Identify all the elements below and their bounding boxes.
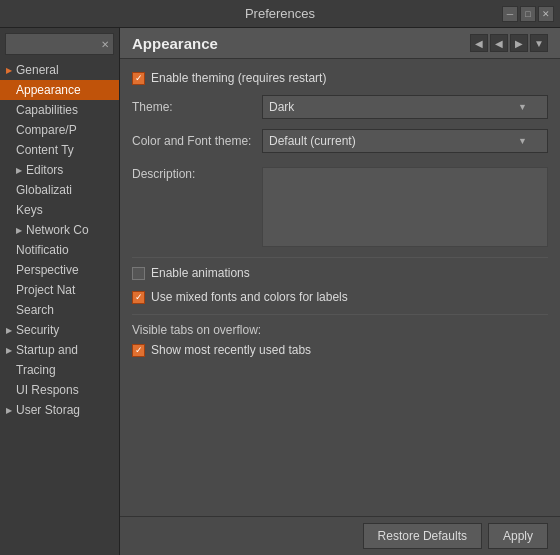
sidebar-item-keys[interactable]: Keys <box>0 200 119 220</box>
recent-tabs-row: ✓ Show most recently used tabs <box>132 343 548 357</box>
sidebar-item-compare[interactable]: Compare/P <box>0 120 119 140</box>
enable-theming-label: Enable theming (requires restart) <box>151 71 326 85</box>
expand-arrow-security: ▶ <box>6 326 12 335</box>
content-footer: Restore Defaults Apply <box>120 516 560 555</box>
window-title: Preferences <box>245 6 315 21</box>
expand-arrow-editors: ▶ <box>16 166 22 175</box>
sidebar-item-uirespons[interactable]: UI Respons <box>0 380 119 400</box>
content-title: Appearance <box>132 35 218 52</box>
sidebar-item-contenttype[interactable]: Content Ty <box>0 140 119 160</box>
sidebar-label-projectnat: Project Nat <box>16 283 75 297</box>
minimize-button[interactable]: ─ <box>502 6 518 22</box>
mixed-fonts-row: ✓ Use mixed fonts and colors for labels <box>132 290 548 304</box>
search-box[interactable]: ✕ <box>5 33 114 55</box>
sidebar-label-general: General <box>16 63 59 77</box>
color-font-dropdown[interactable]: Default (current) ▼ <box>262 129 548 153</box>
nav-back2-button[interactable]: ◀ <box>490 34 508 52</box>
sidebar-label-search: Search <box>16 303 54 317</box>
sidebar-item-projectnat[interactable]: Project Nat <box>0 280 119 300</box>
expand-arrow-userstorage: ▶ <box>6 406 12 415</box>
content-body: ✓ Enable theming (requires restart) Them… <box>120 59 560 516</box>
enable-animations-checkbox[interactable] <box>132 267 145 280</box>
color-font-value: Default (current) <box>269 134 356 148</box>
sidebar-item-appearance[interactable]: Appearance <box>0 80 119 100</box>
sidebar-label-network: Network Co <box>26 223 89 237</box>
checkmark-icon-fonts: ✓ <box>135 293 143 302</box>
restore-defaults-button[interactable]: Restore Defaults <box>363 523 482 549</box>
description-label: Description: <box>132 163 262 181</box>
mixed-fonts-checkbox[interactable]: ✓ <box>132 291 145 304</box>
checkmark-icon: ✓ <box>135 74 143 83</box>
sidebar-item-capabilities[interactable]: Capabilities <box>0 100 119 120</box>
sidebar-item-editors[interactable]: ▶ Editors <box>0 160 119 180</box>
divider-2 <box>132 314 548 315</box>
sidebar-label-perspective: Perspective <box>16 263 79 277</box>
main-container: ✕ ▶ General Appearance Capabilities Comp… <box>0 28 560 555</box>
theme-dropdown[interactable]: Dark ▼ <box>262 95 548 119</box>
content-header: Appearance ◀ ◀ ▶ ▼ <box>120 28 560 59</box>
enable-animations-label: Enable animations <box>151 266 250 280</box>
maximize-button[interactable]: □ <box>520 6 536 22</box>
sidebar-label-tracing: Tracing <box>16 363 56 377</box>
sidebar-label-uirespons: UI Respons <box>16 383 79 397</box>
sidebar-item-network[interactable]: ▶ Network Co <box>0 220 119 240</box>
sidebar-item-perspective[interactable]: Perspective <box>0 260 119 280</box>
theme-value: Dark <box>269 100 294 114</box>
sidebar-label-appearance: Appearance <box>16 83 81 97</box>
sidebar-item-globalization[interactable]: Globalizati <box>0 180 119 200</box>
nav-dropdown-button[interactable]: ▼ <box>530 34 548 52</box>
sidebar-label-startup: Startup and <box>16 343 78 357</box>
title-bar: Preferences ─ □ ✕ <box>0 0 560 28</box>
overflow-label: Visible tabs on overflow: <box>132 323 548 337</box>
header-nav: ◀ ◀ ▶ ▼ <box>470 34 548 52</box>
sidebar-label-userstorage: User Storag <box>16 403 80 417</box>
expand-arrow-network: ▶ <box>16 226 22 235</box>
sidebar-label-notifications: Notificatio <box>16 243 69 257</box>
nav-back-button[interactable]: ◀ <box>470 34 488 52</box>
expand-arrow-startup: ▶ <box>6 346 12 355</box>
nav-forward-button[interactable]: ▶ <box>510 34 528 52</box>
search-clear-icon[interactable]: ✕ <box>101 39 109 50</box>
sidebar-label-contenttype: Content Ty <box>16 143 74 157</box>
checkmark-icon-tabs: ✓ <box>135 346 143 355</box>
window-controls: ─ □ ✕ <box>502 6 554 22</box>
enable-animations-row: Enable animations <box>132 266 548 280</box>
sidebar-item-security[interactable]: ▶ Security <box>0 320 119 340</box>
sidebar-label-security: Security <box>16 323 59 337</box>
content-panel: Appearance ◀ ◀ ▶ ▼ ✓ Enable theming (req… <box>120 28 560 555</box>
theme-dropdown-arrow: ▼ <box>518 102 527 112</box>
sidebar: ✕ ▶ General Appearance Capabilities Comp… <box>0 28 120 555</box>
recent-tabs-checkbox[interactable]: ✓ <box>132 344 145 357</box>
theme-select[interactable]: Dark ▼ <box>262 95 548 119</box>
theme-row: Theme: Dark ▼ <box>132 95 548 119</box>
description-field[interactable] <box>262 167 548 247</box>
description-area-container <box>262 163 548 247</box>
apply-button[interactable]: Apply <box>488 523 548 549</box>
color-font-dropdown-arrow: ▼ <box>518 136 527 146</box>
description-row: Description: <box>132 163 548 247</box>
sidebar-item-startup[interactable]: ▶ Startup and <box>0 340 119 360</box>
enable-theming-row: ✓ Enable theming (requires restart) <box>132 71 548 85</box>
sidebar-label-capabilities: Capabilities <box>16 103 78 117</box>
close-button[interactable]: ✕ <box>538 6 554 22</box>
sidebar-item-tracing[interactable]: Tracing <box>0 360 119 380</box>
sidebar-item-general[interactable]: ▶ General <box>0 60 119 80</box>
sidebar-item-search[interactable]: Search <box>0 300 119 320</box>
enable-theming-checkbox[interactable]: ✓ <box>132 72 145 85</box>
expand-arrow-general: ▶ <box>6 66 12 75</box>
search-input[interactable] <box>10 38 80 50</box>
sidebar-item-notifications[interactable]: Notificatio <box>0 240 119 260</box>
sidebar-label-globalization: Globalizati <box>16 183 72 197</box>
color-font-label: Color and Font theme: <box>132 134 262 148</box>
divider-1 <box>132 257 548 258</box>
sidebar-label-keys: Keys <box>16 203 43 217</box>
color-font-select[interactable]: Default (current) ▼ <box>262 129 548 153</box>
color-font-row: Color and Font theme: Default (current) … <box>132 129 548 153</box>
sidebar-tree: ▶ General Appearance Capabilities Compar… <box>0 60 119 555</box>
mixed-fonts-label: Use mixed fonts and colors for labels <box>151 290 348 304</box>
theme-label: Theme: <box>132 100 262 114</box>
recent-tabs-label: Show most recently used tabs <box>151 343 311 357</box>
sidebar-label-editors: Editors <box>26 163 63 177</box>
sidebar-label-compare: Compare/P <box>16 123 77 137</box>
sidebar-item-userstorage[interactable]: ▶ User Storag <box>0 400 119 420</box>
